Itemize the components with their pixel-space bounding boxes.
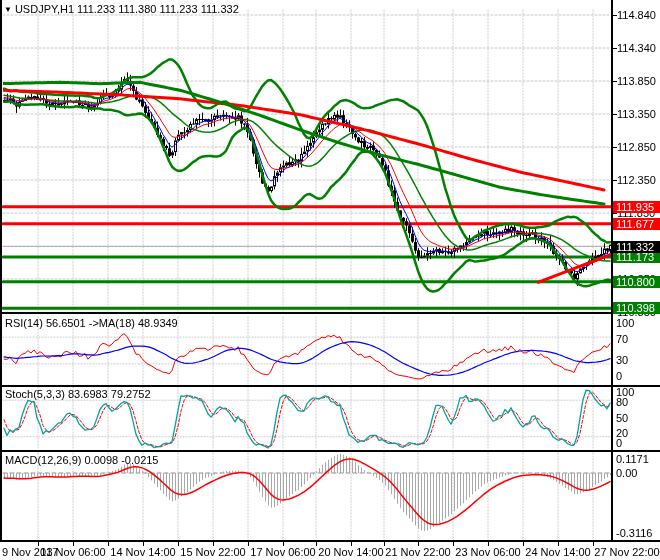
macd-scale-min: -0.3116 [616,527,653,539]
x-axis-label: 15 Nov 22:00 [177,546,249,558]
price-level-badge: 111.173 [613,251,660,263]
price-level-badge: 110.398 [613,302,660,314]
rsi-scale-label: 30 [616,354,628,366]
y-axis-label: 112.850 [617,141,656,153]
price-level-badge: 110.800 [613,276,660,288]
stoch-scale-label: 80 [616,396,628,408]
x-axis-label: 13 Nov 06:00 [37,546,109,558]
y-axis-label: 113.850 [617,75,656,87]
price-level-badge: 111.677 [613,218,660,230]
rsi-scale-label: 100 [616,317,634,329]
stoch-scale-label: 0 [616,437,622,449]
stochastic-panel[interactable] [3,387,611,450]
current-price-badge: 111.332 [613,241,660,253]
main-chart-panel[interactable] [3,10,611,312]
x-axis-label: 17 Nov 06:00 [247,546,319,558]
macd-scale-zero: 0.00 [616,467,637,479]
y-axis-label: 114.840 [617,9,656,21]
y-axis-label: 112.350 [617,174,656,186]
macd-panel[interactable] [3,452,611,540]
x-axis-label: 24 Nov 14:00 [522,546,594,558]
rsi-scale-label: 0 [616,370,622,382]
rsi-panel[interactable] [3,314,611,385]
y-axis-label: 113.350 [617,108,656,120]
x-axis-label: 14 Nov 14:00 [107,546,179,558]
x-axis-label: 23 Nov 06:00 [452,546,524,558]
y-axis-label: 114.340 [617,42,656,54]
macd-scale-max: 0.1171 [616,453,649,465]
chart-window: ▼USDJPY,H1 111.233 111.380 111.233 111.3… [0,0,660,560]
price-level-badge: 111.935 [613,201,660,213]
x-axis-label: 21 Nov 22:00 [382,546,454,558]
stoch-scale-label: 50 [616,412,628,424]
x-axis-label: 20 Nov 14:00 [315,546,387,558]
rsi-scale-label: 70 [616,333,628,345]
x-axis-label: 27 Nov 22:00 [591,546,660,558]
